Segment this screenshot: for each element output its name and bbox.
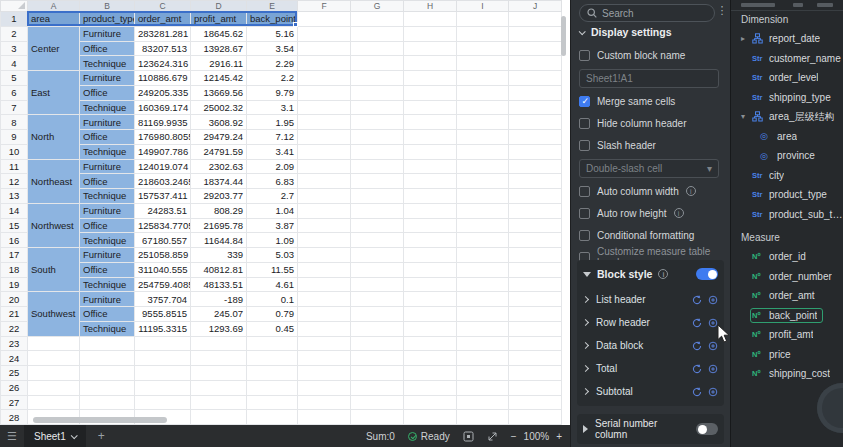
grid-cell[interactable] <box>351 351 404 366</box>
column-header-D[interactable]: D <box>191 1 247 12</box>
grid-cell-value[interactable]: 0.1 <box>247 292 298 307</box>
grid-cell-product-type[interactable]: Technique <box>80 189 135 204</box>
grid-cell[interactable] <box>351 130 404 145</box>
grid-cell[interactable] <box>298 410 351 425</box>
grid-cell[interactable] <box>457 410 509 425</box>
grid-cell[interactable] <box>457 26 509 41</box>
dimension-item-area[interactable]: ◎area <box>731 127 843 147</box>
grid-cell[interactable] <box>80 366 135 381</box>
grid-cell[interactable] <box>28 380 80 395</box>
grid-cell-value[interactable]: 9555.8515 <box>135 307 191 322</box>
measure-item-order_id[interactable]: N⁰order_id <box>731 247 843 267</box>
grid-cell[interactable] <box>404 262 457 277</box>
row-number[interactable]: 26 <box>1 380 28 395</box>
grid-cell-product-type[interactable]: Furniture <box>80 203 135 218</box>
grid-cell-value[interactable]: 48133.51 <box>191 277 247 292</box>
grid-cell-area[interactable]: North <box>28 115 80 159</box>
grid-cell[interactable] <box>351 410 404 425</box>
grid-cell-value[interactable]: 283281.281 <box>135 26 191 41</box>
grid-cell[interactable] <box>298 262 351 277</box>
grid-cell[interactable] <box>509 100 562 115</box>
setting-hide-column-header[interactable]: Hide column header <box>579 112 723 134</box>
grid-cell[interactable] <box>509 85 562 100</box>
grid-cell-value[interactable]: 125834.7705 <box>135 218 191 233</box>
block-style-toggle[interactable] <box>696 268 718 280</box>
grid-cell[interactable] <box>247 395 298 410</box>
grid-cell-value[interactable]: 29203.77 <box>191 189 247 204</box>
grid-cell-value[interactable]: 311040.555 <box>135 262 191 277</box>
grid-cell[interactable] <box>351 100 404 115</box>
setting-conditional-formatting[interactable]: Conditional formatting <box>579 224 723 246</box>
grid-cell-product-type[interactable]: Office <box>80 262 135 277</box>
floating-action-button[interactable] <box>817 383 843 433</box>
row-number[interactable]: 3 <box>1 41 28 56</box>
grid-cell-product-type[interactable]: Furniture <box>80 26 135 41</box>
grid-cell-value[interactable]: 2916.11 <box>191 56 247 71</box>
row-number[interactable]: 21 <box>1 307 28 322</box>
grid-cell-value[interactable]: 3.87 <box>247 218 298 233</box>
grid-cell-value[interactable]: 251058.859 <box>135 248 191 263</box>
grid-cell-value[interactable]: 124019.074 <box>135 159 191 174</box>
grid-cell[interactable] <box>457 56 509 71</box>
row-number[interactable]: 18 <box>1 262 28 277</box>
grid-cell[interactable] <box>28 351 80 366</box>
expand-icon[interactable] <box>487 431 498 442</box>
grid-cell[interactable] <box>298 292 351 307</box>
grid-cell[interactable] <box>80 380 135 395</box>
grid-cell-value[interactable]: 21695.78 <box>191 218 247 233</box>
grid-cell[interactable] <box>351 71 404 86</box>
grid-cell-product-type[interactable]: Technique <box>80 233 135 248</box>
grid-cell[interactable] <box>298 366 351 381</box>
grid-cell[interactable] <box>247 336 298 351</box>
grid-cell-product-type[interactable]: Technique <box>80 321 135 336</box>
grid-cell-value[interactable]: 808.29 <box>191 203 247 218</box>
grid-cell-value[interactable]: 67180.557 <box>135 233 191 248</box>
grid-cell-value[interactable]: 5.16 <box>247 26 298 41</box>
grid-cell[interactable] <box>351 233 404 248</box>
grid-cell-value[interactable]: 0.79 <box>247 307 298 322</box>
dimension-item-shipping-type[interactable]: Strshipping_type <box>731 88 843 108</box>
checkbox[interactable] <box>579 50 590 61</box>
grid-cell-value[interactable]: 2.29 <box>247 56 298 71</box>
grid-cell-value[interactable]: 3.1 <box>247 100 298 115</box>
column-header-G[interactable]: G <box>351 1 404 12</box>
grid-cell-product-type[interactable]: Office <box>80 307 135 322</box>
column-header-H[interactable]: H <box>404 1 457 12</box>
grid-cell[interactable] <box>509 56 562 71</box>
measure-item-order_number[interactable]: N⁰order_number <box>731 267 843 287</box>
column-header-A[interactable]: A <box>28 1 80 12</box>
caret-icon[interactable]: ▾ <box>741 112 752 121</box>
grid-cell-value[interactable]: 110886.679 <box>135 71 191 86</box>
grid-cell[interactable] <box>28 395 80 410</box>
apply-icon[interactable] <box>708 364 718 374</box>
grid-cell-header[interactable]: order_amt <box>135 12 191 27</box>
grid-cell[interactable] <box>404 336 457 351</box>
grid-cell-value[interactable]: 3757.704 <box>135 292 191 307</box>
grid-cell[interactable] <box>351 307 404 322</box>
measure-item-back_point[interactable]: N⁰back_point <box>731 306 843 326</box>
grid-cell[interactable] <box>457 248 509 263</box>
grid-cell[interactable] <box>509 307 562 322</box>
grid-cell[interactable] <box>28 336 80 351</box>
grid-cell[interactable] <box>351 218 404 233</box>
dimension-item-product-sub-type[interactable]: Strproduct_sub_type <box>731 205 843 225</box>
grid-cell[interactable] <box>404 100 457 115</box>
grid-cell-value[interactable]: 245.07 <box>191 307 247 322</box>
horizontal-scrollbar[interactable] <box>33 417 167 423</box>
grid-cell[interactable] <box>298 189 351 204</box>
grid-cell[interactable] <box>509 292 562 307</box>
grid-cell[interactable] <box>135 336 191 351</box>
grid-cell[interactable] <box>135 366 191 381</box>
checkbox[interactable] <box>579 186 590 197</box>
serial-number-card[interactable]: Serial number column <box>577 414 724 444</box>
apply-icon[interactable] <box>708 387 718 397</box>
setting-custom-block-name[interactable]: Custom block name <box>579 44 723 66</box>
grid-cell[interactable] <box>298 233 351 248</box>
grid-cell[interactable] <box>298 144 351 159</box>
grid-cell[interactable] <box>457 292 509 307</box>
row-number[interactable]: 14 <box>1 203 28 218</box>
grid-cell-area[interactable]: South <box>28 248 80 292</box>
grid-cell-header[interactable]: area <box>28 12 80 27</box>
row-number[interactable]: 20 <box>1 292 28 307</box>
vertical-scrollbar[interactable] <box>561 16 566 56</box>
